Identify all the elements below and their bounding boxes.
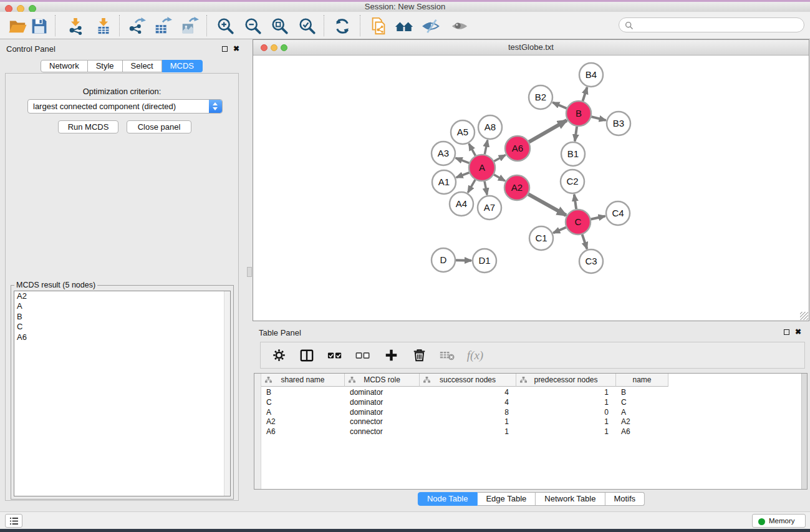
table-tab-motifs[interactable]: Motifs — [605, 492, 645, 506]
table-settings-icon[interactable] — [271, 348, 286, 363]
import-table-icon[interactable] — [94, 16, 113, 36]
node-C3[interactable]: C3 — [579, 249, 603, 273]
edge-B-B3[interactable] — [591, 117, 605, 120]
tab-select[interactable]: Select — [123, 60, 162, 72]
node-B4[interactable]: B4 — [579, 63, 603, 87]
node-B2[interactable]: B2 — [529, 85, 552, 109]
edge-B-B4[interactable] — [582, 87, 587, 101]
result-item[interactable]: C — [14, 322, 230, 332]
clone-network-icon[interactable] — [369, 16, 388, 36]
float-panel-icon[interactable] — [222, 46, 228, 52]
network-window-titlebar[interactable]: testGlobe.txt — [253, 40, 809, 56]
table-row[interactable]: Bdominator41B — [261, 388, 668, 398]
select-all-icon[interactable] — [327, 348, 342, 363]
result-scrollbar[interactable] — [224, 291, 230, 496]
node-A4[interactable]: A4 — [450, 192, 473, 216]
edge-A-A5[interactable] — [469, 143, 475, 155]
node-A7[interactable]: A7 — [478, 196, 501, 220]
node-C2[interactable]: C2 — [561, 170, 584, 193]
column-header-shared-name[interactable]: shared name — [261, 374, 345, 387]
node-C[interactable]: C — [566, 210, 591, 235]
edge-A-A4[interactable] — [468, 180, 475, 193]
node-B3[interactable]: B3 — [607, 112, 630, 135]
zoom-fit-icon[interactable] — [270, 16, 290, 36]
export-image-icon[interactable] — [180, 16, 200, 36]
edge-B-B1[interactable] — [575, 127, 577, 141]
zoom-selected-icon[interactable] — [297, 16, 317, 36]
zoom-out-icon[interactable] — [243, 16, 263, 36]
zoom-in-icon[interactable] — [216, 16, 236, 36]
tab-network[interactable]: Network — [41, 60, 88, 72]
table-tab-node-table[interactable]: Node Table — [418, 492, 478, 506]
add-column-icon[interactable] — [383, 348, 398, 363]
export-network-icon[interactable] — [127, 16, 147, 36]
run-mcds-button[interactable]: Run MCDS — [58, 120, 118, 133]
toggle-preview-icon[interactable] — [421, 16, 441, 36]
network-minimize-button[interactable] — [271, 44, 277, 51]
export-table-icon[interactable] — [153, 16, 173, 36]
result-item[interactable]: B — [14, 312, 230, 322]
column-header-predecessor-nodes[interactable]: predecessor nodes — [516, 374, 616, 387]
memory-button[interactable]: Memory — [752, 514, 806, 528]
table-row[interactable]: A2connector11A2 — [261, 417, 668, 427]
home-view-icon[interactable] — [394, 16, 414, 36]
criterion-dropdown[interactable]: largest connected component (directed) — [27, 99, 223, 114]
delete-table-icon[interactable] — [440, 348, 455, 363]
close-panel-button[interactable]: Close panel — [127, 120, 191, 133]
task-history-button[interactable] — [5, 514, 22, 528]
network-maximize-button[interactable] — [281, 44, 287, 51]
function-builder-icon[interactable]: f(x) — [468, 348, 483, 363]
node-A5[interactable]: A5 — [451, 120, 475, 144]
tab-style[interactable]: Style — [88, 60, 123, 72]
table-tab-edge-table[interactable]: Edge Table — [477, 492, 536, 506]
node-A3[interactable]: A3 — [432, 142, 455, 165]
edge-A-A8[interactable] — [485, 140, 488, 155]
edge-C-C4[interactable] — [591, 216, 605, 219]
node-A[interactable]: A — [469, 155, 495, 181]
node-A1[interactable]: A1 — [432, 170, 456, 194]
result-item[interactable]: A — [14, 301, 230, 311]
edge-B-B2[interactable] — [552, 102, 566, 109]
node-C1[interactable]: C1 — [529, 226, 553, 250]
node-A2[interactable]: A2 — [504, 175, 529, 200]
node-B1[interactable]: B1 — [561, 142, 585, 166]
network-close-button[interactable] — [261, 44, 268, 51]
deselect-all-icon[interactable] — [355, 348, 370, 363]
column-header-name[interactable]: name — [616, 374, 668, 387]
show-view-icon[interactable] — [450, 16, 470, 36]
search-input[interactable] — [637, 19, 799, 31]
edge-A6-B[interactable] — [529, 120, 567, 142]
window-resize-grip[interactable] — [800, 312, 808, 320]
edge-A2-C[interactable] — [528, 194, 566, 215]
node-C4[interactable]: C4 — [606, 201, 630, 225]
node-A6[interactable]: A6 — [505, 136, 530, 161]
tab-mcds[interactable]: MCDS — [162, 60, 203, 72]
edge-C-C1[interactable] — [553, 227, 566, 233]
table-scrollbar[interactable] — [801, 374, 807, 489]
node-D1[interactable]: D1 — [473, 249, 496, 273]
result-item[interactable]: A2 — [14, 291, 230, 301]
result-item[interactable]: A6 — [14, 332, 230, 342]
save-session-icon[interactable] — [29, 16, 49, 36]
import-network-icon[interactable] — [65, 16, 85, 36]
edge-A-A7[interactable] — [485, 181, 487, 195]
column-header-successor-nodes[interactable]: successor nodes — [420, 374, 516, 387]
float-table-panel-icon[interactable] — [784, 329, 789, 335]
edge-C-C2[interactable] — [574, 195, 576, 209]
close-panel-icon[interactable]: ✖ — [233, 46, 239, 52]
node-B[interactable]: B — [566, 101, 591, 126]
delete-column-icon[interactable] — [412, 348, 427, 363]
table-row[interactable]: Adominator80A — [261, 408, 668, 418]
table-tab-network-table[interactable]: Network Table — [536, 492, 605, 506]
close-table-panel-icon[interactable]: ✖ — [795, 329, 801, 336]
network-canvas[interactable]: B4B2BB3A8A5A6A3B1AC2A1A2A4A7C4CC1DC3D1 — [253, 56, 809, 321]
edge-A-A1[interactable] — [456, 173, 470, 178]
edge-C-C3[interactable] — [582, 235, 587, 249]
table-row[interactable]: Cdominator41C — [261, 398, 668, 408]
show-column-icon[interactable] — [299, 348, 314, 363]
open-file-icon[interactable] — [7, 16, 27, 36]
column-header-MCDS-role[interactable]: MCDS role — [345, 374, 420, 387]
node-A8[interactable]: A8 — [478, 115, 502, 139]
panel-splitter-handle[interactable] — [247, 267, 252, 277]
edge-A-A6[interactable] — [494, 155, 505, 162]
